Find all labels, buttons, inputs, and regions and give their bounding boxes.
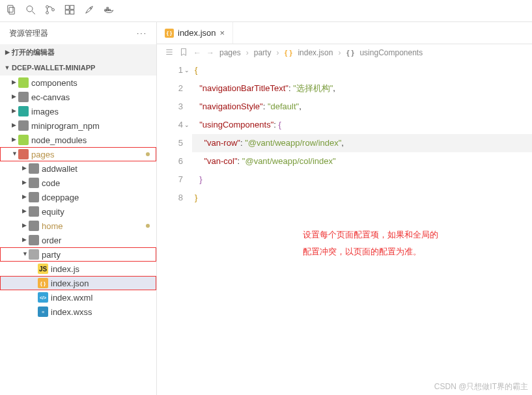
folder-icon xyxy=(18,135,29,145)
file-index-wxml[interactable]: </>index.wxml xyxy=(0,290,156,305)
files-icon[interactable] xyxy=(5,4,17,18)
nav-prev-icon[interactable]: ← xyxy=(193,48,201,57)
nav-next-icon[interactable]: → xyxy=(206,48,214,57)
svg-point-2 xyxy=(27,6,33,12)
docker-icon[interactable] xyxy=(103,4,115,18)
svg-rect-1 xyxy=(9,7,14,14)
bookmark-icon[interactable] xyxy=(179,48,188,59)
bc-pages[interactable]: pages xyxy=(219,48,241,57)
folder-icon xyxy=(18,120,29,131)
svg-point-4 xyxy=(46,6,49,8)
wxss-icon: ≡ xyxy=(38,306,48,317)
file-index-wxss[interactable]: ≡index.wxss xyxy=(0,305,156,319)
folder-ec-canvas[interactable]: ▶ec-canvas xyxy=(0,90,156,104)
folder-icon xyxy=(18,77,29,88)
js-icon: JS xyxy=(38,264,48,274)
json-icon: { } xyxy=(38,278,48,288)
file-index-js[interactable]: JSindex.js xyxy=(0,262,156,276)
modified-dot-icon xyxy=(146,152,150,156)
folder-code[interactable]: ▶code xyxy=(0,176,156,190)
sidebar: 资源管理器 ··· ▶ 打开的编辑器 ▼ DCEP-WALLET-MINIAPP… xyxy=(0,22,157,395)
folder-icon xyxy=(29,163,39,174)
folder-party[interactable]: ▼party xyxy=(0,247,156,262)
folder-icon xyxy=(18,92,29,102)
svg-rect-9 xyxy=(65,10,69,14)
explorer-header: 资源管理器 ··· xyxy=(0,22,156,44)
folder-miniprogram-npm[interactable]: ▶miniprogram_npm xyxy=(0,118,156,133)
folder-icon xyxy=(18,106,29,116)
chevron-right-icon: ▶ xyxy=(4,49,10,55)
folder-open-icon xyxy=(29,249,39,260)
folder-pages[interactable]: ▼pages xyxy=(0,147,156,161)
bc-party[interactable]: party xyxy=(254,48,272,57)
folder-components[interactable]: ▶components xyxy=(0,75,156,90)
object-icon: { } xyxy=(346,49,354,57)
code-editor[interactable]: 1⌄ 23 4⌄ 5678 { "navigationBarTitleText"… xyxy=(157,61,532,395)
line-gutter: 1⌄ 23 4⌄ 5678 xyxy=(157,61,192,395)
breadcrumb: ← → pages› party› { }index.json› { }usin… xyxy=(157,44,532,61)
code-content: { "navigationBarTitleText": "选择机构", "nav… xyxy=(192,61,532,395)
modified-dot-icon xyxy=(146,224,150,228)
bc-symbol[interactable]: usingComponents xyxy=(359,48,423,57)
svg-point-5 xyxy=(46,12,49,14)
chevron-down-icon: ▼ xyxy=(4,64,10,71)
search-icon[interactable] xyxy=(25,4,36,18)
tab-index-json[interactable]: { } index.json × xyxy=(157,22,233,44)
editor-pane: { } index.json × ← → pages› party› { }in… xyxy=(157,22,532,395)
svg-rect-7 xyxy=(65,5,69,9)
svg-point-6 xyxy=(52,8,55,11)
wxml-icon: </> xyxy=(38,292,48,303)
activity-bar xyxy=(0,0,532,22)
folder-equity[interactable]: ▶equity xyxy=(0,204,156,219)
folder-icon xyxy=(29,192,39,202)
open-editors-header[interactable]: ▶ 打开的编辑器 xyxy=(0,44,156,60)
folder-dceppage[interactable]: ▶dceppage xyxy=(0,190,156,204)
explorer-title: 资源管理器 xyxy=(9,28,48,39)
fold-icon[interactable]: ⌄ xyxy=(184,116,189,134)
folder-node-modules[interactable]: ▶node_modules xyxy=(0,133,156,147)
folder-home[interactable]: ▶home xyxy=(0,219,156,233)
scm-icon[interactable] xyxy=(44,4,56,18)
folder-images[interactable]: ▶images xyxy=(0,104,156,118)
folder-addwallet[interactable]: ▶addwallet xyxy=(0,161,156,176)
fold-icon[interactable]: ⌄ xyxy=(184,61,189,79)
file-tree: ▶components ▶ec-canvas ▶images ▶miniprog… xyxy=(0,75,156,395)
tab-bar: { } index.json × xyxy=(157,22,532,44)
annotation-text: 设置每个页面配置项，如果和全局的 配置冲突，以页面的配置为准。 xyxy=(303,226,438,260)
bc-file[interactable]: index.json xyxy=(298,48,333,57)
folder-icon xyxy=(29,221,39,231)
file-index-json[interactable]: { }index.json xyxy=(0,276,156,290)
folder-order[interactable]: ▶order xyxy=(0,233,156,247)
project-header[interactable]: ▼ DCEP-WALLET-MINIAPP xyxy=(0,60,156,75)
svg-line-3 xyxy=(32,11,35,14)
folder-open-icon xyxy=(18,149,29,159)
folder-icon xyxy=(29,206,39,217)
svg-rect-10 xyxy=(70,10,74,14)
svg-point-11 xyxy=(90,8,91,9)
svg-rect-15 xyxy=(107,7,108,8)
folder-icon xyxy=(29,178,39,188)
rocket-icon[interactable] xyxy=(83,4,95,18)
close-icon[interactable]: × xyxy=(220,28,225,38)
json-icon: { } xyxy=(284,49,292,57)
json-icon: { } xyxy=(165,29,174,38)
layout-icon[interactable] xyxy=(64,4,76,18)
more-icon[interactable]: ··· xyxy=(137,29,147,38)
list-icon[interactable] xyxy=(165,48,174,59)
folder-icon xyxy=(29,235,39,245)
svg-rect-0 xyxy=(8,5,13,12)
svg-rect-8 xyxy=(70,5,74,9)
